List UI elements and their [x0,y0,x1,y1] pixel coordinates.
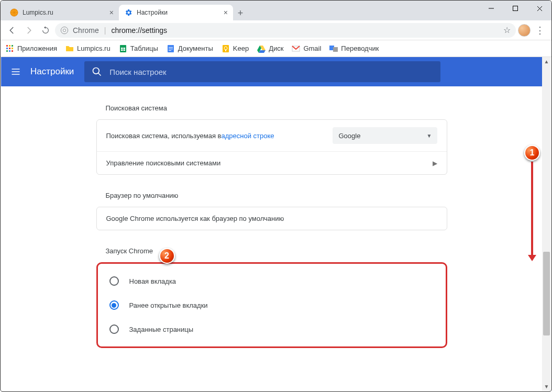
row-text: Google Chrome используется как браузер п… [106,215,284,222]
radio-option-specific[interactable]: Заданные страницы [98,317,446,341]
svg-rect-11 [9,48,10,49]
bookmarks-bar: Приложения Lumpics.ru Таблицы Документы … [1,40,551,57]
sheets-icon [119,44,127,53]
window-controls [479,1,551,16]
bookmark-label: Таблицы [130,44,158,52]
bookmark-label: Keep [233,44,249,52]
svg-rect-2 [513,6,518,11]
bookmark-apps[interactable]: Приложения [6,44,57,53]
chrome-icon [60,26,69,35]
bookmark-lumpics[interactable]: Lumpics.ru [65,44,111,53]
bookmark-label: Приложения [17,44,57,52]
bookmark-translate[interactable]: Переводчик [329,44,379,53]
annotation-badge-1: 1 [524,145,540,161]
bookmark-sheets[interactable]: Таблицы [119,44,158,53]
svg-rect-12 [12,48,13,49]
translate-icon [329,44,338,53]
browser-window: Lumpics.ru × Настройки × + Chrome | [0,0,552,392]
url-scheme: Chrome [73,26,99,35]
window-titlebar: Lumpics.ru × Настройки × + [1,1,551,20]
back-button[interactable] [5,23,19,38]
new-tab-button[interactable]: + [233,6,248,20]
svg-rect-22 [169,49,173,49]
radio-icon [109,324,119,334]
drive-icon [257,44,266,53]
section-search-engine: Поисковая система Поисковая система, исп… [96,102,447,175]
toolbar: Chrome | chrome://settings ☆ ⋮ [1,20,551,40]
radio-option-new-tab[interactable]: Новая вкладка [98,269,446,293]
radio-checked-icon [109,300,119,310]
maximize-button[interactable] [503,1,527,16]
svg-rect-29 [333,47,338,52]
address-bar[interactable]: Chrome | chrome://settings ☆ [55,23,516,38]
settings-body: Поисковая система Поисковая система, исп… [1,86,542,348]
settings-title: Настройки [30,66,74,77]
row-text-prefix: Поисковая система, используемая в [106,132,222,140]
scroll-down-icon[interactable]: ▼ [542,382,551,391]
tab-title: Lumpics.ru [23,9,53,16]
gmail-icon [292,44,300,53]
section-title: Браузер по умолчанию [106,192,447,199]
search-engine-select[interactable]: Google ▼ [333,127,437,144]
keep-icon [222,44,230,53]
docs-icon [167,44,175,53]
svg-point-6 [63,29,65,31]
viewport: Настройки Поисковая система Поисковая си… [1,57,551,391]
close-icon[interactable]: × [224,9,228,16]
annotation-badge-2: 2 [159,248,175,264]
tab-title: Настройки [137,9,168,16]
menu-button[interactable]: ⋮ [533,23,547,38]
section-title: Запуск Chrome [106,247,447,255]
bookmark-gmail[interactable]: Gmail [292,44,321,53]
scroll-up-icon[interactable]: ▲ [542,57,551,66]
gear-icon [124,8,133,17]
bookmark-star-icon[interactable]: ☆ [503,25,511,35]
row-text: Управление поисковыми системами [106,159,221,167]
scrollbar[interactable]: ▲ ▼ [542,57,551,391]
svg-line-31 [98,73,101,76]
tab-lumpics[interactable]: Lumpics.ru × [5,5,119,20]
reload-button[interactable] [38,23,53,38]
close-icon[interactable]: × [109,9,114,16]
chevron-right-icon: ▶ [433,160,437,167]
bookmark-docs[interactable]: Документы [167,44,213,53]
profile-avatar[interactable] [518,24,531,37]
default-browser-row: Google Chrome используется как браузер п… [97,207,447,230]
svg-rect-13 [6,50,8,52]
search-icon [92,66,102,77]
caret-down-icon: ▼ [427,133,432,139]
bookmark-label: Gmail [303,44,321,52]
folder-icon [65,44,74,53]
svg-rect-15 [12,50,13,52]
tab-strip: Lumpics.ru × Настройки × + [1,1,248,20]
menu-icon[interactable] [1,66,30,77]
radio-label: Ранее открытые вкладки [129,301,208,309]
svg-point-30 [93,68,100,74]
annotation-arrow-head [528,255,536,261]
radio-option-continue[interactable]: Ранее открытые вкладки [98,293,446,317]
bookmark-keep[interactable]: Keep [222,44,249,53]
annotation-arrow [531,162,533,256]
manage-search-engines-row[interactable]: Управление поисковыми системами ▶ [97,151,447,174]
bookmark-label: Переводчик [341,44,379,52]
settings-search[interactable] [84,61,440,82]
on-startup-card: Новая вкладка Ранее открытые вкладки Зад… [96,262,447,348]
orange-icon [10,8,18,17]
forward-button[interactable] [21,23,36,38]
default-browser-card: Google Chrome используется как браузер п… [96,207,447,230]
settings-page: Настройки Поисковая система Поисковая си… [1,57,542,391]
svg-rect-14 [9,50,10,52]
scrollbar-thumb[interactable] [543,252,550,335]
settings-header: Настройки [1,57,542,86]
tab-settings[interactable]: Настройки × [119,5,233,20]
svg-rect-10 [6,48,8,49]
section-title: Поисковая система [106,104,447,112]
settings-search-input[interactable] [109,68,433,76]
bookmark-label: Диск [269,44,283,52]
minimize-button[interactable] [479,1,503,16]
close-window-button[interactable] [527,1,551,16]
radio-label: Новая вкладка [129,277,176,285]
address-bar-link[interactable]: адресной строке [221,132,274,140]
svg-rect-7 [6,45,8,47]
bookmark-drive[interactable]: Диск [257,44,283,53]
